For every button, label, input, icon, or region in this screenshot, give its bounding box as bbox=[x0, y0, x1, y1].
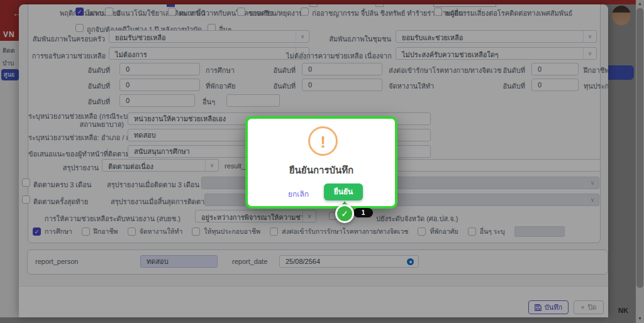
screen: ← H VN ติดต บำบ ศูนย NK ▲ ▼ พฤติกรรมความ… bbox=[0, 0, 644, 323]
warning-icon: ! bbox=[308, 126, 338, 156]
click-step-badge: 1 bbox=[353, 208, 373, 217]
modal-confirm-button[interactable]: ยืนยัน bbox=[324, 183, 363, 200]
modal-title: ยืนยันการบันทึก bbox=[248, 163, 395, 178]
click-check-icon: ✓ bbox=[335, 204, 354, 223]
modal-cancel-button[interactable]: ยกเลิก bbox=[288, 188, 309, 200]
confirm-save-modal: ! ยืนยันการบันทึก ยกเลิก ยืนยัน bbox=[245, 116, 397, 209]
